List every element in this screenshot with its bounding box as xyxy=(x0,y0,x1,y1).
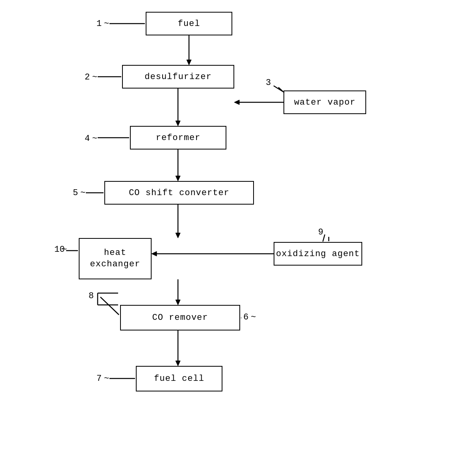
svg-marker-9 xyxy=(176,233,180,238)
tilde-4: ~ xyxy=(92,134,97,144)
bracket-svg xyxy=(0,0,476,467)
tilde-1: ~ xyxy=(104,19,109,29)
svg-marker-11 xyxy=(152,251,157,256)
label-9: 9 xyxy=(318,227,323,237)
svg-marker-1 xyxy=(187,60,191,65)
heat-exchanger-box: heatexchanger xyxy=(79,238,152,279)
reformer-box: reformer xyxy=(130,126,226,150)
svg-line-29 xyxy=(274,86,284,92)
label-2: 2 xyxy=(85,72,90,82)
water-vapor-box: water vapor xyxy=(283,90,366,114)
arrows-svg xyxy=(0,0,476,467)
label-3: 3 xyxy=(266,78,271,88)
svg-marker-7 xyxy=(176,176,180,181)
label-7: 7 xyxy=(96,374,102,384)
svg-marker-3 xyxy=(176,121,180,126)
label-4: 4 xyxy=(85,134,90,144)
label-8: 8 xyxy=(89,291,94,301)
label-5: 5 xyxy=(73,188,78,198)
fuel-box: fuel xyxy=(146,12,232,35)
svg-line-23 xyxy=(100,297,119,315)
desulfurizer-box: desulfurizer xyxy=(122,65,234,89)
label-1: 1 xyxy=(96,19,102,29)
label-6: 6 xyxy=(243,312,248,322)
tilde-7: ~ xyxy=(104,374,109,384)
oxidizing-agent-box: oxidizing agent xyxy=(274,242,362,266)
svg-marker-15 xyxy=(176,361,180,366)
svg-marker-13 xyxy=(176,300,180,305)
tilde-2: ~ xyxy=(92,72,97,82)
tilde-6: ~ xyxy=(251,312,256,322)
diagram-container: fuel desulfurizer water vapor reformer C… xyxy=(0,0,476,467)
svg-marker-5 xyxy=(234,100,239,105)
tilde-5: ~ xyxy=(80,188,85,198)
fuel-cell-box: fuel cell xyxy=(136,366,222,391)
co-shift-box: CO shift converter xyxy=(104,181,254,205)
co-remover-box: CO remover xyxy=(120,305,240,330)
svg-line-18 xyxy=(278,87,283,91)
tilde-10: ~ xyxy=(62,245,67,255)
